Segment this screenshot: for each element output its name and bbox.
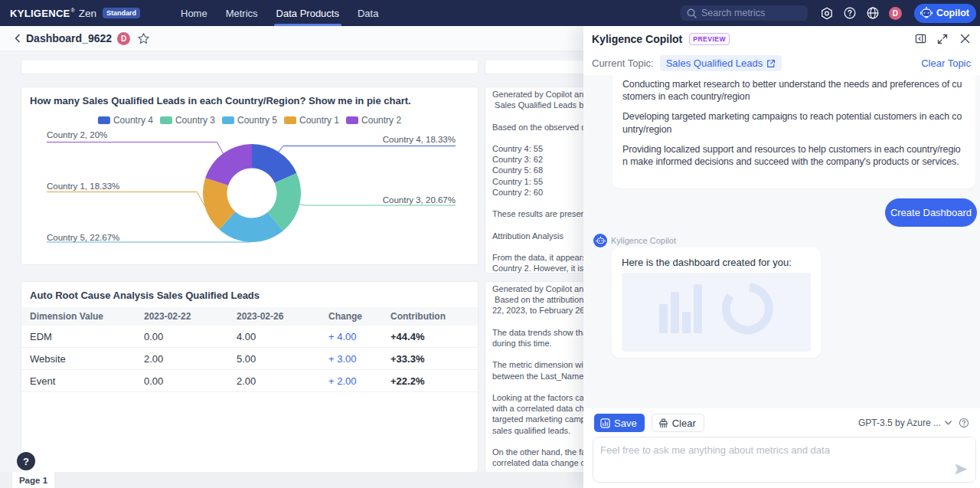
help-bubble-button[interactable]: ? (17, 452, 35, 470)
legend-swatch (346, 116, 358, 124)
column-header: 2023-02-26 (237, 311, 328, 322)
model-label: GPT-3.5 by Azure ... (858, 418, 941, 428)
legend-label: Country 1 (299, 115, 339, 126)
search-icon (687, 8, 697, 18)
copilot-button-label: Copilot (936, 8, 969, 18)
globe-icon[interactable] (866, 6, 880, 20)
table-cell: +44.4% (390, 331, 475, 342)
pie-label: Country 5, 22.67% (47, 233, 119, 242)
pie-label-line (47, 142, 223, 154)
legend-label: Country 4 (113, 115, 153, 126)
table-cell: EDM (21, 331, 144, 342)
pie-label-line (279, 146, 456, 152)
pie-chart[interactable]: Country 4Country 3Country 5Country 1Coun… (21, 87, 478, 264)
navbar-right: D Copilot (681, 4, 976, 23)
back-chevron-icon[interactable] (12, 33, 23, 44)
topic-link[interactable]: Sales Qualified Leads (660, 55, 782, 71)
send-icon[interactable] (955, 463, 968, 475)
copilot-panel-title: Kyligence Copilot (592, 33, 682, 45)
search-box[interactable] (681, 5, 808, 21)
message-2-text: Here is the dashboard created for you: (622, 257, 811, 269)
current-topic-row: Current Topic: Sales Qualified Leads Cle… (583, 51, 980, 75)
table-cell: 2.00 (237, 375, 328, 387)
legend-swatch (98, 116, 110, 124)
table-row: Website2.005.00+ 3.00+33.3% (21, 348, 478, 370)
copilot-panel: Kyligence Copilot PREVIEW Current Topic:… (583, 26, 980, 488)
copilot-sender-label: Kyligence Copilot (611, 236, 676, 245)
save-button[interactable]: Save (594, 414, 645, 432)
external-link-icon (766, 59, 776, 68)
dashboard-owner-avatar: D (117, 32, 130, 45)
kyligence-logo: KYLIGENCE® Zen (10, 8, 96, 19)
table-cell: Event (21, 375, 144, 387)
message-paragraph: Developing targeted marketing campaigns … (622, 110, 965, 135)
dock-panel-icon[interactable] (914, 33, 926, 45)
settings-icon[interactable] (820, 6, 834, 20)
pie-label: Country 3, 20.67% (383, 195, 456, 205)
copilot-message-meta: Kyligence Copilot (593, 234, 676, 247)
root-cause-card: Auto Root Cause Analysis Sales Qualified… (21, 281, 479, 473)
table-cell: Website (21, 353, 144, 365)
page-tab[interactable]: Page 1 (12, 472, 54, 488)
nav-item-metrics[interactable]: Metrics (217, 0, 267, 26)
topic-link-label: Sales Qualified Leads (666, 57, 763, 69)
table-cell: 5.00 (237, 353, 328, 365)
logo-registered-mark: ® (71, 8, 75, 13)
help-icon[interactable] (843, 6, 857, 20)
model-selector[interactable]: GPT-3.5 by Azure ... (858, 418, 952, 428)
top-navbar: KYLIGENCE® Zen Standard HomeMetricsData … (0, 0, 980, 26)
chat-input[interactable] (593, 437, 975, 482)
current-topic-label: Current Topic: (592, 57, 654, 69)
legend-swatch (222, 116, 234, 124)
preview-badge: PREVIEW (689, 33, 730, 45)
main-nav: HomeMetricsData ProductsData (172, 0, 387, 26)
close-icon[interactable] (959, 33, 971, 45)
legend-label: Country 5 (237, 115, 277, 126)
nav-item-data[interactable]: Data (348, 0, 387, 26)
column-header: 2023-02-22 (144, 311, 237, 322)
expand-icon[interactable] (936, 33, 949, 45)
table-cell: 0.00 (144, 331, 237, 342)
caret-down-icon (945, 421, 952, 425)
dashboard-thumbnail-placeholder[interactable] (622, 273, 811, 352)
search-input[interactable] (701, 8, 801, 18)
clear-button[interactable]: Clear (652, 414, 704, 432)
column-header: Change (328, 311, 390, 322)
copilot-chat-area: Conducting market research to better und… (583, 75, 980, 408)
logo-brand: KYLIGENCE (10, 8, 70, 19)
create-dashboard-button[interactable]: Create Dashboard (885, 198, 977, 227)
plan-badge: Standard (103, 8, 140, 18)
table-cell: 2.00 (144, 353, 237, 365)
save-chart-icon (600, 418, 610, 428)
pie-legend[interactable]: Country 4Country 3Country 5Country 1Coun… (98, 115, 401, 126)
table-row: EDM0.004.00+ 4.00+44.4% (21, 326, 478, 348)
clear-button-label: Clear (672, 418, 696, 429)
message-paragraph: Conducting market research to better und… (622, 78, 965, 103)
legend-label: Country 2 (361, 115, 401, 126)
column-header: Contribution (390, 311, 475, 322)
copilot-robot-icon (920, 6, 933, 20)
nav-item-home[interactable]: Home (172, 0, 217, 26)
table-cell: +33.3% (390, 353, 475, 365)
pie-label: Country 2, 20% (47, 130, 107, 139)
copilot-toolbar: Save Clear GPT-3.5 by Azure ... (583, 408, 980, 488)
column-header: Dimension Value (21, 311, 144, 322)
clear-topic-link[interactable]: Clear Topic (921, 57, 971, 69)
copilot-message-1: Conducting market research to better und… (612, 75, 975, 188)
copilot-button[interactable]: Copilot (914, 4, 976, 23)
table-cell: 0.00 (144, 375, 237, 387)
pie-label-line (47, 192, 204, 206)
placeholder-chart-icon (644, 283, 789, 342)
nav-item-data-products[interactable]: Data Products (267, 0, 348, 26)
pie-label-line (299, 205, 456, 205)
model-help-icon[interactable] (959, 418, 969, 428)
favorite-star-icon[interactable] (137, 32, 150, 45)
logo-product: Zen (79, 8, 96, 19)
broom-icon (658, 418, 668, 428)
table-cell: +22.2% (390, 375, 475, 387)
user-avatar[interactable]: D (889, 7, 902, 20)
table-cell: + 2.00 (328, 375, 390, 387)
pie-slice-country-2[interactable] (205, 144, 252, 185)
legend-swatch (160, 116, 172, 124)
page-title: Dashboard_9622 (26, 32, 112, 44)
